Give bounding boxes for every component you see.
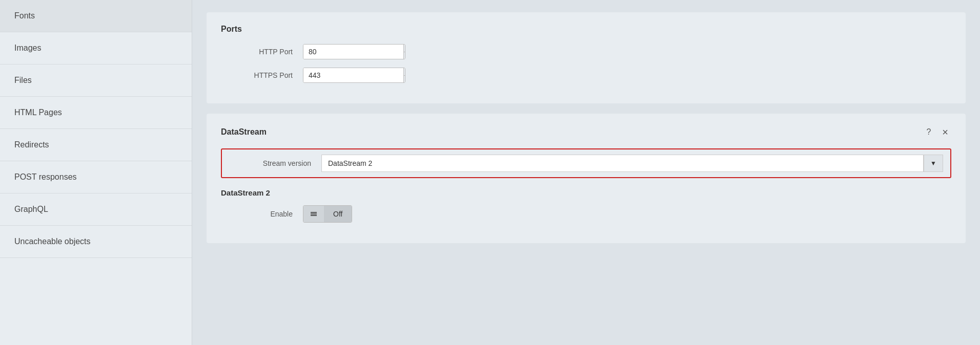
- sidebar: Fonts Images Files HTML Pages Redirects …: [0, 0, 192, 345]
- http-port-input[interactable]: [303, 45, 403, 59]
- sidebar-item-label: Redirects: [14, 140, 49, 149]
- sidebar-item-uncacheable-objects[interactable]: Uncacheable objects: [0, 226, 192, 258]
- ports-title: Ports: [221, 25, 951, 34]
- sidebar-item-graphql[interactable]: GraphQL: [0, 193, 192, 226]
- https-port-buttons: ▲ ▼: [403, 68, 405, 82]
- enable-toggle-group: Off: [303, 205, 352, 223]
- svg-rect-2: [311, 215, 317, 216]
- stream-version-dropdown-button[interactable]: ▼: [924, 155, 943, 172]
- stream-version-select-wrapper: DataStream 1 DataStream 2 ▼: [321, 155, 943, 172]
- https-port-spinbox: ▲ ▼: [303, 68, 405, 83]
- http-port-label: HTTP Port: [221, 48, 303, 56]
- https-port-label: HTTPS Port: [221, 71, 303, 79]
- close-icon[interactable]: ×: [939, 126, 951, 138]
- sidebar-item-label: Uncacheable objects: [14, 237, 91, 246]
- sidebar-item-label: Images: [14, 44, 41, 52]
- sidebar-item-fonts[interactable]: Fonts: [0, 0, 192, 32]
- sidebar-item-files[interactable]: Files: [0, 64, 192, 97]
- sidebar-item-redirects[interactable]: Redirects: [0, 129, 192, 161]
- sidebar-item-html-pages[interactable]: HTML Pages: [0, 97, 192, 129]
- datastream2-subtitle: DataStream 2: [221, 188, 951, 197]
- https-port-up-button[interactable]: ▲: [404, 68, 405, 76]
- datastream-action-icons: ? ×: [923, 126, 951, 138]
- main-content: Ports HTTP Port ▲ ▼ HTTPS Port ▲ ▼: [192, 0, 980, 345]
- http-port-spinbox: ▲ ▼: [303, 44, 405, 59]
- https-port-input[interactable]: [303, 68, 403, 82]
- help-icon[interactable]: ?: [923, 126, 935, 138]
- sidebar-item-label: POST responses: [14, 172, 77, 181]
- sidebar-item-label: HTML Pages: [14, 108, 62, 117]
- datastream-title: DataStream: [221, 127, 267, 137]
- enable-off-button[interactable]: Off: [324, 206, 352, 222]
- https-port-row: HTTPS Port ▲ ▼: [221, 68, 951, 83]
- http-port-up-button[interactable]: ▲: [404, 45, 405, 52]
- http-port-buttons: ▲ ▼: [403, 45, 405, 59]
- stream-version-select[interactable]: DataStream 1 DataStream 2: [321, 155, 924, 172]
- enable-row: Enable Off: [221, 205, 951, 223]
- sidebar-item-post-responses[interactable]: POST responses: [0, 161, 192, 193]
- sidebar-item-label: Fonts: [14, 11, 35, 20]
- sidebar-item-label: Files: [14, 76, 32, 84]
- datastream-header: DataStream ? ×: [221, 126, 951, 138]
- stream-version-label: Stream version: [229, 159, 321, 167]
- datastream-section: DataStream ? × Stream version DataStream…: [207, 114, 966, 243]
- http-port-row: HTTP Port ▲ ▼: [221, 44, 951, 59]
- stream-version-row: Stream version DataStream 1 DataStream 2…: [221, 148, 951, 178]
- svg-rect-1: [311, 213, 317, 214]
- sidebar-item-label: GraphQL: [14, 205, 48, 213]
- sidebar-item-images[interactable]: Images: [0, 32, 192, 64]
- lines-svg: [310, 210, 318, 218]
- toggle-lines-icon[interactable]: [303, 206, 324, 222]
- https-port-down-button[interactable]: ▼: [404, 76, 405, 83]
- enable-label: Enable: [221, 210, 303, 218]
- svg-rect-0: [311, 212, 317, 213]
- http-port-down-button[interactable]: ▼: [404, 52, 405, 59]
- ports-section: Ports HTTP Port ▲ ▼ HTTPS Port ▲ ▼: [207, 12, 966, 103]
